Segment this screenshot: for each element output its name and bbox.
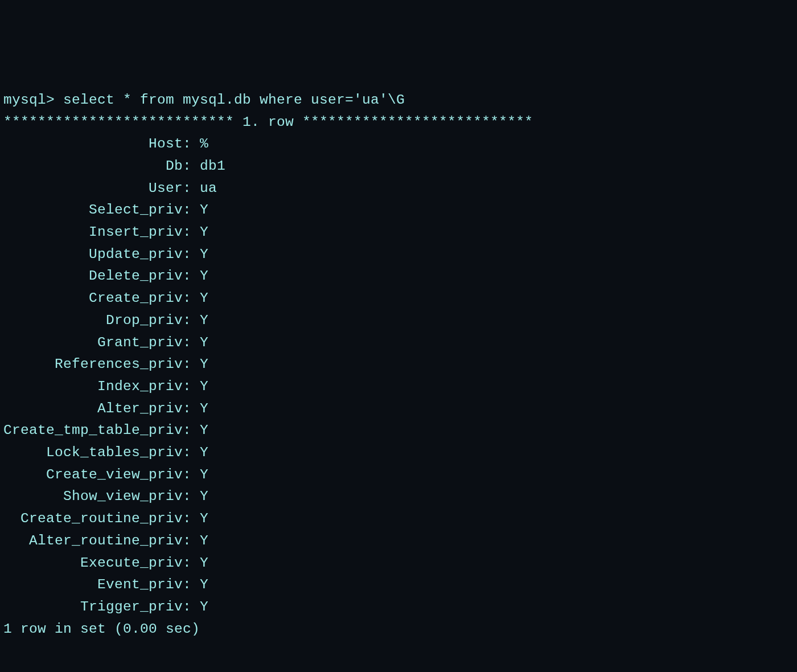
result-footer: 1 row in set (0.00 sec) [3, 621, 200, 637]
sql-command: select * from mysql.db where user='ua'\G [63, 92, 405, 108]
terminal-output: mysql> select * from mysql.db where user… [3, 89, 794, 641]
mysql-prompt: mysql> [3, 92, 63, 108]
result-fields: Host: % Db: db1 User: ua Select_priv: Y … [3, 136, 225, 614]
row-separator: *************************** 1. row *****… [3, 114, 533, 130]
